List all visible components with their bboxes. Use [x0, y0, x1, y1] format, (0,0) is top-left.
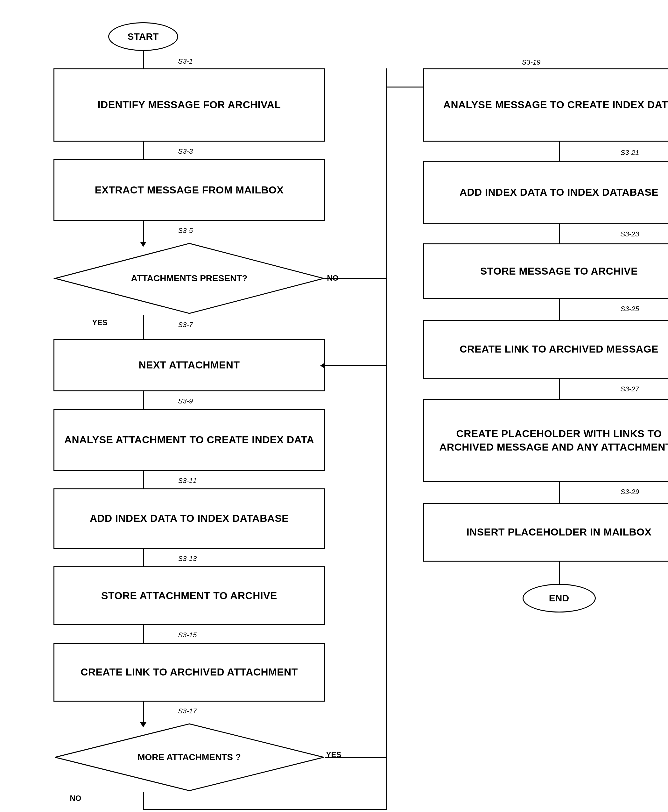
step-label-s321: S3-21: [621, 148, 640, 157]
node-s37: NEXT ATTACHMENT: [53, 339, 325, 391]
end-label: END: [549, 593, 569, 604]
node-s319: ANALYSE MESSAGE TO CREATE INDEX DATA: [423, 68, 668, 142]
arrow-s37-s39: [143, 391, 144, 409]
arrow-s39-s311: [143, 471, 144, 489]
flowchart: START S3-1 IDENTIFY MESSAGE FOR ARCHIVAL…: [19, 13, 649, 802]
step-label-s37: S3-7: [178, 321, 193, 329]
arrow-s319-s321: [559, 142, 560, 161]
step-label-s323: S3-23: [621, 230, 640, 238]
node-s317: MORE ATTACHMENTS ?: [53, 722, 325, 792]
arrow-s317-no-v: [143, 792, 144, 810]
arrow-s35-s37: [143, 315, 144, 339]
step-label-s327: S3-27: [621, 385, 640, 393]
arrow-s311-s313: [143, 549, 144, 566]
arrow-s31-s33: [143, 142, 144, 159]
arrow-s317-yes-h2: [325, 365, 387, 366]
step-label-s39: S3-9: [178, 397, 193, 405]
node-s317-label: MORE ATTACHMENTS ?: [137, 752, 241, 763]
step-label-s31: S3-1: [178, 57, 193, 65]
node-s31: IDENTIFY MESSAGE FOR ARCHIVAL: [53, 68, 325, 142]
node-s313: STORE ATTACHMENT TO ARCHIVE: [53, 566, 325, 625]
step-label-s325: S3-25: [621, 305, 640, 313]
arrow-s317-no-v2: [386, 87, 387, 809]
end-node: END: [523, 584, 596, 612]
node-s311: ADD INDEX DATA TO INDEX DATABASE: [53, 489, 325, 549]
node-s35: ATTACHMENTS PRESENT?: [53, 242, 325, 315]
step-label-s329: S3-29: [621, 488, 640, 496]
arrow-s35-no-h: [325, 278, 387, 279]
node-s39: ANALYSE ATTACHMENT TO CREATE INDEX DATA: [53, 409, 325, 471]
node-s329: INSERT PLACEHOLDER IN MAILBOX: [423, 503, 668, 562]
step-label-s319: S3-19: [522, 58, 541, 67]
step-label-s35: S3-5: [178, 227, 193, 235]
start-label: START: [128, 31, 159, 42]
arrow-s317-no-h: [143, 809, 387, 810]
node-s35-label: ATTACHMENTS PRESENT?: [131, 273, 247, 284]
node-s321: ADD INDEX DATA TO INDEX DATABASE: [423, 161, 668, 224]
arrow-s329-end: [559, 562, 560, 584]
arrow-s325-s327: [559, 378, 560, 399]
arrow-s323-s325: [559, 299, 560, 320]
arrow-s33-s35: [143, 221, 144, 242]
arrow-s315-s317: [143, 702, 144, 722]
step-label-s317: S3-17: [178, 707, 197, 715]
step-label-s311: S3-11: [178, 477, 197, 485]
step-label-s33: S3-3: [178, 147, 193, 155]
label-yes-s35: YES: [92, 318, 108, 327]
arrow-s313-s315: [143, 625, 144, 643]
step-label-s315: S3-15: [178, 631, 197, 639]
arrow-start-s31: [143, 51, 144, 68]
node-s327: CREATE PLACEHOLDER WITH LINKS TO ARCHIVE…: [423, 399, 668, 482]
node-s325: CREATE LINK TO ARCHIVED MESSAGE: [423, 320, 668, 378]
node-s33: EXTRACT MESSAGE FROM MAILBOX: [53, 159, 325, 221]
arrow-s327-s329: [559, 482, 560, 503]
step-label-s313: S3-13: [178, 555, 197, 563]
arrow-s35-no-h2: [386, 87, 423, 87]
node-s323: STORE MESSAGE TO ARCHIVE: [423, 243, 668, 299]
node-s315: CREATE LINK TO ARCHIVED ATTACHMENT: [53, 643, 325, 702]
arrow-s317-yes-h: [325, 757, 387, 758]
start-node: START: [108, 22, 178, 51]
label-no-s317: NO: [70, 794, 82, 803]
arrow-s321-s323: [559, 224, 560, 243]
